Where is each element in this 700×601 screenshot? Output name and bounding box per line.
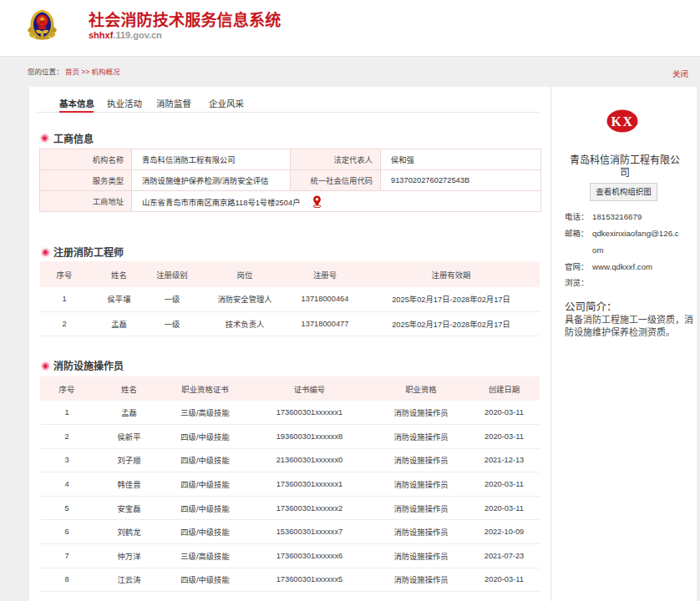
svg-text:KX: KX xyxy=(611,114,634,129)
